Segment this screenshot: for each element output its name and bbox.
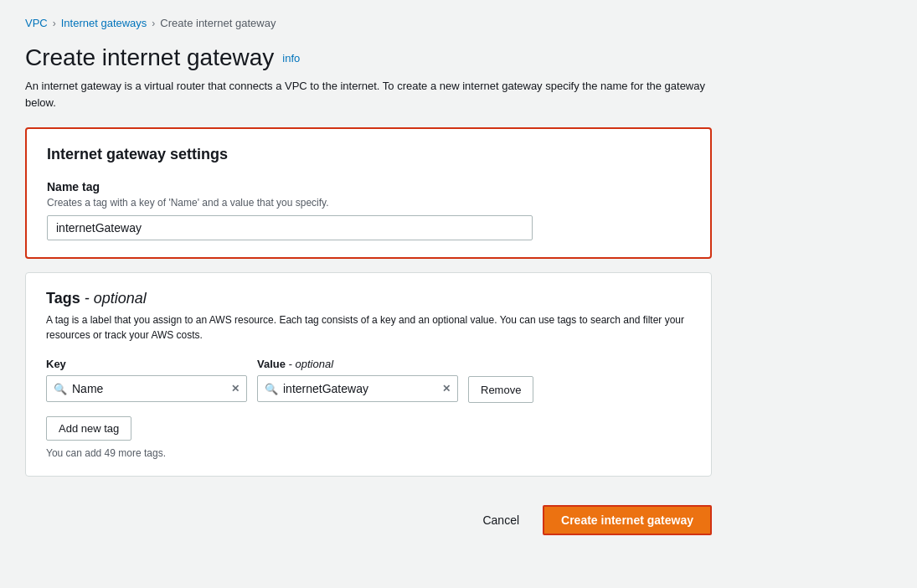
tags-description: A tag is a label that you assign to an A… xyxy=(46,312,691,343)
tag-count-note: You can add 49 more tags. xyxy=(46,447,691,459)
key-input[interactable] xyxy=(72,382,226,395)
remove-tag-button[interactable]: Remove xyxy=(468,376,533,403)
breadcrumb-current: Create internet gateway xyxy=(160,17,276,29)
footer-actions: Cancel Create internet gateway xyxy=(25,497,712,544)
page-title: Create internet gateway info xyxy=(25,44,892,71)
key-clear-icon[interactable]: ✕ xyxy=(231,383,240,395)
breadcrumb-vpc[interactable]: VPC xyxy=(25,17,48,29)
cancel-button[interactable]: Cancel xyxy=(472,508,529,532)
breadcrumb-internet-gateways[interactable]: Internet gateways xyxy=(61,17,147,29)
breadcrumb: VPC › Internet gateways › Create interne… xyxy=(25,17,892,29)
value-search-icon: 🔍 xyxy=(265,383,278,395)
page-description: An internet gateway is a virtual router … xyxy=(25,78,712,111)
name-tag-input[interactable] xyxy=(47,215,533,240)
key-input-wrap: 🔍 ✕ xyxy=(46,375,247,402)
name-tag-label: Name tag xyxy=(47,180,690,193)
settings-card: Internet gateway settings Name tag Creat… xyxy=(25,127,712,259)
breadcrumb-sep-2: › xyxy=(152,18,155,29)
name-tag-description: Creates a tag with a key of 'Name' and a… xyxy=(47,197,690,209)
value-input-wrap: 🔍 ✕ xyxy=(257,375,458,402)
create-internet-gateway-button[interactable]: Create internet gateway xyxy=(543,505,712,535)
key-search-icon: 🔍 xyxy=(54,383,67,395)
tags-card-title: Tags - optional xyxy=(46,290,691,307)
value-column-label: Value - optional xyxy=(257,358,458,370)
tags-card: Tags - optional A tag is a label that yo… xyxy=(25,272,712,477)
add-new-tag-button[interactable]: Add new tag xyxy=(46,416,131,441)
value-clear-icon[interactable]: ✕ xyxy=(442,383,451,395)
value-input[interactable] xyxy=(283,382,437,395)
key-column-label: Key xyxy=(46,358,247,370)
settings-card-title: Internet gateway settings xyxy=(47,146,690,163)
info-link[interactable]: info xyxy=(282,52,300,64)
breadcrumb-sep-1: › xyxy=(53,18,56,29)
